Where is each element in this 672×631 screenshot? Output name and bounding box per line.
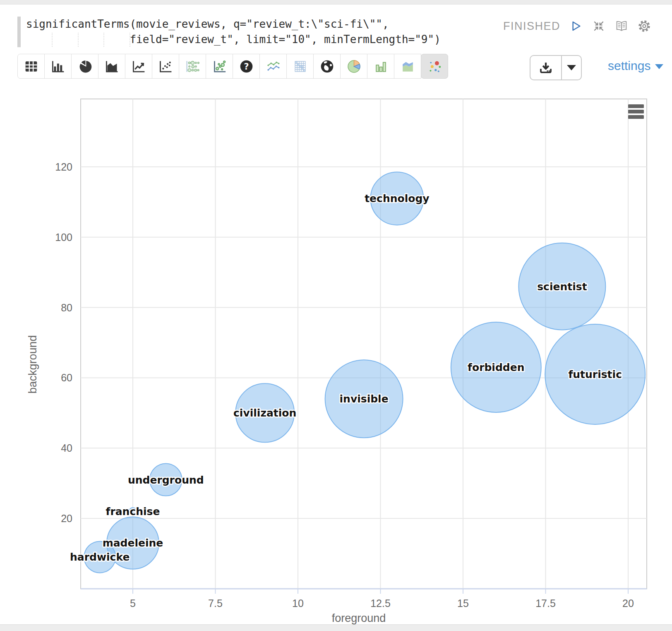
x-tick-label: 17.5 (535, 597, 556, 609)
x-tick-label: 12.5 (370, 597, 391, 609)
bubble-label-franchise: franchise (106, 506, 160, 518)
bubble-label-futuristic: futuristic (568, 368, 622, 381)
x-axis-title: foreground (332, 612, 386, 624)
x-tick-label: 15 (457, 597, 469, 609)
bubble-label-hardwicke: hardwicke (70, 551, 130, 563)
y-tick-label: 100 (55, 231, 72, 243)
bubble-label-invisible: invisible (340, 393, 389, 405)
bubble-label-underground: underground (128, 474, 204, 486)
bubble-label-technology: technology (365, 193, 429, 205)
bubble-chart: 57.51012.51517.52020406080100120foregrou… (0, 0, 672, 631)
y-tick-label: 80 (61, 302, 72, 313)
bubble-label-madeleine: madeleine (103, 537, 163, 549)
zeppelin-paragraph: significantTerms(movie_reviews, q="revie… (0, 0, 672, 631)
hamburger-icon-bar (628, 104, 644, 108)
bubble-label-scientist: scientist (537, 281, 587, 293)
x-tick-label: 5 (130, 597, 136, 609)
bubble-label-forbidden: forbidden (468, 361, 524, 373)
y-axis-title: background (26, 335, 39, 393)
chart-menu-button[interactable] (628, 104, 644, 119)
hamburger-icon-bar (628, 110, 644, 113)
y-tick-label: 120 (55, 161, 72, 173)
bubble-label-civilization: civilization (233, 407, 296, 419)
next-paragraph-edge (0, 624, 672, 631)
hamburger-icon-bar (628, 115, 644, 119)
x-tick-label: 7.5 (208, 597, 223, 609)
y-tick-label: 40 (61, 442, 72, 454)
y-tick-label: 60 (61, 372, 72, 383)
x-tick-label: 20 (622, 597, 634, 609)
x-tick-label: 10 (292, 597, 304, 609)
y-tick-label: 20 (61, 513, 72, 524)
